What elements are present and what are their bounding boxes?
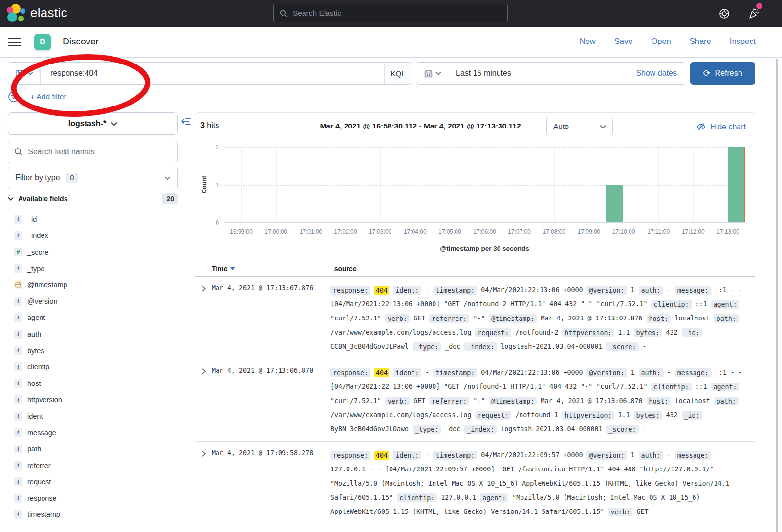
x-tick-label: 17:03:00 bbox=[369, 228, 392, 235]
collapse-sidebar-icon[interactable] bbox=[180, 116, 191, 127]
field-badge: timestamp: bbox=[433, 451, 477, 460]
x-tick-label: 17:08:00 bbox=[543, 228, 565, 235]
field-item-_id[interactable]: t_id bbox=[8, 211, 178, 228]
field-item-agent[interactable]: tagent bbox=[8, 310, 178, 326]
field-badge: message: bbox=[675, 451, 711, 460]
help-icon[interactable] bbox=[718, 8, 730, 20]
field-item-bytes[interactable]: tbytes bbox=[8, 342, 178, 359]
add-filter-button[interactable]: + Add filter bbox=[30, 92, 66, 101]
nav-action-share[interactable]: Share bbox=[690, 37, 711, 46]
field-name: timestamp bbox=[27, 511, 60, 518]
expand-row-icon[interactable] bbox=[200, 284, 207, 293]
global-search-input[interactable] bbox=[293, 9, 488, 18]
field-badge: request: bbox=[475, 328, 511, 337]
field-item-host[interactable]: thost bbox=[8, 375, 178, 392]
field-badge: _type: bbox=[413, 425, 441, 434]
field-item-@version[interactable]: t@version bbox=[8, 293, 178, 310]
text-field-icon: t bbox=[14, 297, 22, 306]
field-badge: @timestamp: bbox=[489, 314, 537, 323]
table-body: Mar 4, 2021 @ 17:13:07.876response: 404 … bbox=[196, 277, 755, 524]
field-item-request[interactable]: trequest bbox=[8, 474, 178, 490]
field-value: _doc bbox=[445, 426, 460, 433]
available-fields-header[interactable]: Available fields 20 bbox=[8, 193, 178, 204]
field-name: _score bbox=[27, 248, 49, 256]
nav-action-new[interactable]: New bbox=[580, 37, 596, 46]
global-search[interactable] bbox=[273, 4, 508, 22]
field-value: logstash-2021.03.04-000001 bbox=[500, 426, 602, 433]
show-dates-button[interactable]: Show dates bbox=[636, 69, 685, 78]
field-name: referrer bbox=[27, 462, 51, 469]
hide-chart-label: Hide chart bbox=[710, 123, 746, 131]
saved-query-menu-button[interactable] bbox=[8, 63, 41, 84]
field-item-_index[interactable]: t_index bbox=[8, 228, 178, 244]
field-item-ident[interactable]: tident bbox=[8, 408, 178, 425]
index-pattern-select[interactable]: logstash-* bbox=[8, 112, 178, 135]
field-badge: message: bbox=[675, 368, 711, 377]
eye-slash-icon bbox=[696, 122, 706, 131]
filter-settings-icon[interactable] bbox=[8, 91, 20, 103]
field-item-response[interactable]: tresponse bbox=[8, 490, 178, 507]
expand-row-icon[interactable] bbox=[200, 449, 207, 458]
field-item-referrer[interactable]: treferrer bbox=[8, 457, 178, 474]
field-badge: _score: bbox=[606, 425, 638, 434]
interval-select[interactable]: Auto bbox=[546, 117, 613, 136]
nav-action-save[interactable]: Save bbox=[614, 37, 633, 46]
expand-row-icon[interactable] bbox=[200, 367, 207, 376]
query-input[interactable]: response:404 bbox=[41, 63, 384, 84]
histogram-bar[interactable] bbox=[606, 185, 623, 223]
doc-source: response: 404 ident: - timestamp: 04/Mar… bbox=[330, 283, 750, 354]
number-field-icon: # bbox=[14, 248, 22, 256]
y-tick-label: 1 bbox=[196, 182, 219, 189]
field-item-path[interactable]: tpath bbox=[8, 441, 178, 457]
nav-action-inspect[interactable]: Inspect bbox=[730, 37, 756, 46]
results-panel: 3 hits Mar 4, 2021 @ 16:58:30.112 - Mar … bbox=[195, 112, 755, 532]
field-item-timestamp[interactable]: ttimestamp bbox=[8, 507, 178, 523]
field-search-input[interactable] bbox=[28, 148, 165, 156]
y-gridline bbox=[224, 185, 745, 186]
refresh-button[interactable]: ⟳ Refresh bbox=[690, 62, 755, 85]
nav-actions: NewSaveOpenShareInspect bbox=[580, 37, 756, 46]
time-range-value[interactable]: Last 15 minutes bbox=[449, 69, 511, 78]
field-item-message[interactable]: tmessage bbox=[8, 425, 178, 441]
field-badge: _type: bbox=[413, 342, 441, 351]
doc-source: response: 404 ident: - timestamp: 04/Mar… bbox=[330, 365, 750, 436]
field-badge: auth: bbox=[639, 286, 663, 295]
y-tick-label: 0 bbox=[196, 219, 219, 226]
filter-by-type-select[interactable]: Filter by type 0 bbox=[8, 167, 178, 189]
field-value: Mar 4, 2021 @ 17:13:06.870 bbox=[541, 397, 642, 404]
documents-table: Time _source Mar 4, 2021 @ 17:13:07.876r… bbox=[196, 261, 755, 524]
chevron-down-icon bbox=[435, 71, 441, 75]
hide-chart-button[interactable]: Hide chart bbox=[696, 122, 746, 131]
field-item-_score[interactable]: #_score bbox=[8, 244, 178, 260]
field-value: "-" bbox=[473, 397, 485, 404]
text-field-icon: t bbox=[14, 330, 22, 339]
chevron-down-icon bbox=[111, 122, 117, 126]
date-quick-select-button[interactable] bbox=[416, 63, 449, 84]
doc-timestamp: Mar 4, 2021 @ 17:13:07.876 bbox=[212, 284, 313, 292]
y-gridline bbox=[224, 147, 745, 148]
x-tick-label: 17:12:00 bbox=[682, 228, 705, 235]
x-tick-label: 17:05:00 bbox=[438, 228, 461, 235]
nav-action-open[interactable]: Open bbox=[651, 37, 671, 46]
field-badge: httpversion: bbox=[562, 411, 614, 420]
field-search[interactable] bbox=[8, 141, 178, 163]
field-badge: _index: bbox=[464, 342, 497, 351]
field-item-_type[interactable]: t_type bbox=[8, 260, 178, 277]
field-item-httpversion[interactable]: thttpversion bbox=[8, 392, 178, 408]
field-value: GET bbox=[636, 508, 648, 515]
x-tick-label: 17:06:00 bbox=[473, 228, 496, 235]
field-item-clientip[interactable]: tclientip bbox=[8, 359, 178, 375]
column-time[interactable]: Time bbox=[212, 265, 235, 273]
table-header: Time _source bbox=[196, 261, 755, 277]
scrollbar[interactable] bbox=[776, 59, 778, 532]
menu-icon[interactable] bbox=[8, 38, 21, 46]
histogram-bar[interactable] bbox=[728, 147, 745, 222]
field-item-auth[interactable]: tauth bbox=[8, 326, 178, 342]
news-party-icon[interactable] bbox=[748, 8, 760, 20]
hits-count: 3 hits bbox=[200, 121, 219, 130]
field-badge: ident: bbox=[393, 451, 421, 460]
field-value: GET bbox=[413, 315, 425, 322]
field-value: 127.0.0.1 bbox=[441, 494, 476, 501]
field-item-@timestamp[interactable]: @timestamp bbox=[8, 277, 178, 293]
query-language-button[interactable]: KQL bbox=[384, 63, 412, 84]
